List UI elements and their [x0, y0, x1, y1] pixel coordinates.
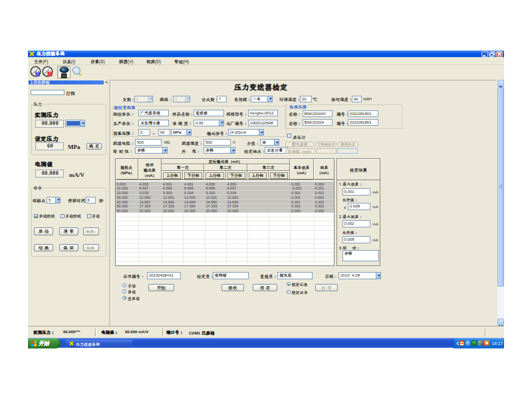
- svg-text:检: 检: [35, 69, 41, 76]
- svg-text:精: 精: [47, 69, 53, 76]
